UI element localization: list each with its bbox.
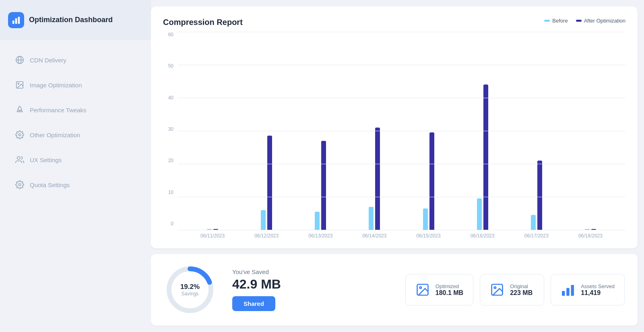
donut-sub: Savings bbox=[180, 291, 200, 297]
sidebar-nav: CDN Delivery Image Optimization Performa… bbox=[0, 40, 151, 204]
svg-rect-0 bbox=[12, 21, 14, 24]
sidebar-label-quota: Quota Settings bbox=[30, 181, 70, 188]
grid-line bbox=[178, 131, 625, 131]
chart-inner: 06/11/202306/12/202306/13/202306/14/2023… bbox=[178, 32, 625, 239]
sidebar-item-ux[interactable]: UX Settings bbox=[4, 148, 147, 171]
sidebar-item-other[interactable]: Other Optimization bbox=[4, 123, 147, 146]
gear-icon bbox=[15, 180, 24, 189]
users-icon bbox=[15, 155, 24, 164]
x-label: 06/15/2023 bbox=[402, 233, 456, 239]
sidebar-label-perf: Performance Tweaks bbox=[30, 107, 87, 113]
savings-amount: 42.9 MB bbox=[232, 278, 281, 291]
stat-card-info-optimized: Optimized 180.1 MB bbox=[436, 283, 463, 297]
legend-before: Before bbox=[544, 18, 568, 24]
svg-rect-20 bbox=[571, 285, 574, 296]
bar-before bbox=[531, 215, 536, 230]
stat-card-value-assets: 11,419 bbox=[581, 289, 615, 297]
svg-point-17 bbox=[494, 287, 496, 289]
savings-label: You've Saved bbox=[232, 268, 281, 275]
stat-card-title-optimized: Optimized bbox=[436, 283, 463, 289]
bar-chart-icon bbox=[12, 16, 21, 25]
sidebar-logo bbox=[8, 12, 24, 28]
grid-line bbox=[178, 32, 625, 32]
legend-before-label: Before bbox=[552, 18, 568, 24]
svg-point-11 bbox=[19, 184, 21, 186]
stat-card-optimized: Optimized 180.1 MB bbox=[405, 274, 473, 305]
legend-dot-before bbox=[544, 20, 550, 22]
x-label: 06/17/2023 bbox=[510, 233, 564, 239]
x-label: 06/11/2023 bbox=[186, 233, 239, 239]
sidebar-item-image[interactable]: Image Optimization bbox=[4, 73, 147, 97]
stat-card-value-original: 223 MB bbox=[510, 289, 533, 297]
bar-after bbox=[483, 85, 488, 230]
grid-line bbox=[178, 197, 625, 197]
bar-before bbox=[369, 207, 374, 230]
grid-line bbox=[178, 65, 625, 65]
chart-section: Compression Report Before After Optimiza… bbox=[151, 6, 638, 248]
stat-card-title-assets: Assets Served bbox=[581, 283, 615, 289]
stat-card-info-original: Original 223 MB bbox=[510, 283, 533, 297]
stat-card-info-assets: Assets Served 11,419 bbox=[581, 283, 615, 297]
sidebar-label-cdn: CDN Delivery bbox=[30, 57, 66, 64]
shared-button[interactable]: Shared bbox=[232, 296, 275, 311]
y-label: 10 bbox=[168, 190, 173, 195]
svg-rect-1 bbox=[15, 18, 17, 24]
grid-line bbox=[178, 98, 625, 98]
bar-before bbox=[423, 208, 428, 230]
sidebar-header: Optimization Dashboard bbox=[0, 0, 151, 40]
sidebar-item-quota[interactable]: Quota Settings bbox=[4, 173, 147, 196]
donut-chart: 19.2% Savings bbox=[164, 264, 216, 316]
y-label: 40 bbox=[168, 95, 173, 101]
donut-pct: 19.2% bbox=[180, 283, 200, 291]
main-content: Compression Report Before After Optimiza… bbox=[151, 0, 644, 332]
sidebar-item-cdn[interactable]: CDN Delivery bbox=[4, 48, 147, 72]
bar-after bbox=[321, 141, 326, 230]
svg-rect-19 bbox=[566, 288, 570, 296]
x-label: 06/12/2023 bbox=[239, 233, 293, 239]
svg-point-15 bbox=[419, 287, 421, 289]
sidebar-label-image: Image Optimization bbox=[30, 82, 82, 89]
svg-point-9 bbox=[19, 134, 21, 136]
bar-before bbox=[477, 198, 482, 230]
assets-icon bbox=[561, 283, 575, 297]
sidebar-label-other: Other Optimization bbox=[30, 132, 80, 138]
grid-and-bars bbox=[178, 32, 625, 230]
chart-with-yaxis: 6050403020100 06/11/202306/12/202306/13/… bbox=[163, 32, 625, 239]
chart-legend: Before After Optimization bbox=[544, 18, 625, 24]
sidebar-label-ux: UX Settings bbox=[30, 157, 62, 163]
sidebar-item-perf[interactable]: Performance Tweaks bbox=[4, 98, 147, 122]
bar-before bbox=[261, 210, 266, 230]
y-axis: 6050403020100 bbox=[163, 32, 178, 239]
bar-after bbox=[429, 132, 434, 230]
y-label: 0 bbox=[171, 221, 173, 227]
stat-card-original: Original 223 MB bbox=[480, 274, 544, 305]
legend-after-label: After Optimization bbox=[584, 18, 625, 24]
svg-rect-2 bbox=[18, 17, 20, 24]
image-icon bbox=[15, 80, 24, 89]
sidebar: Optimization Dashboard CDN Delivery Imag… bbox=[0, 0, 151, 332]
rocket-icon bbox=[15, 105, 24, 114]
x-label: 06/16/2023 bbox=[456, 233, 510, 239]
donut-label: 19.2% Savings bbox=[180, 283, 200, 297]
grid-line bbox=[178, 230, 625, 230]
chart-title: Compression Report bbox=[163, 18, 243, 27]
stats-section: 19.2% Savings You've Saved 42.9 MB Share… bbox=[151, 254, 638, 326]
stats-cards: Optimized 180.1 MB Original 223 MB bbox=[405, 274, 625, 305]
bar-after bbox=[375, 128, 380, 230]
optimized-icon bbox=[415, 283, 430, 297]
stat-card-title-original: Original bbox=[510, 283, 533, 289]
original-icon bbox=[490, 283, 504, 297]
legend-after: After Optimization bbox=[576, 18, 625, 24]
x-axis: 06/11/202306/12/202306/13/202306/14/2023… bbox=[178, 233, 625, 239]
x-label: 06/13/2023 bbox=[293, 233, 347, 239]
y-label: 20 bbox=[168, 158, 173, 163]
x-label: 06/18/2023 bbox=[564, 233, 617, 239]
y-label: 50 bbox=[168, 63, 173, 69]
y-label: 30 bbox=[168, 126, 173, 132]
globe-icon bbox=[15, 56, 24, 64]
stat-card-assets: Assets Served 11,419 bbox=[551, 274, 625, 305]
bar-after bbox=[537, 161, 542, 230]
svg-rect-18 bbox=[562, 291, 565, 296]
grid-line bbox=[178, 164, 625, 164]
legend-dot-after bbox=[576, 20, 582, 22]
